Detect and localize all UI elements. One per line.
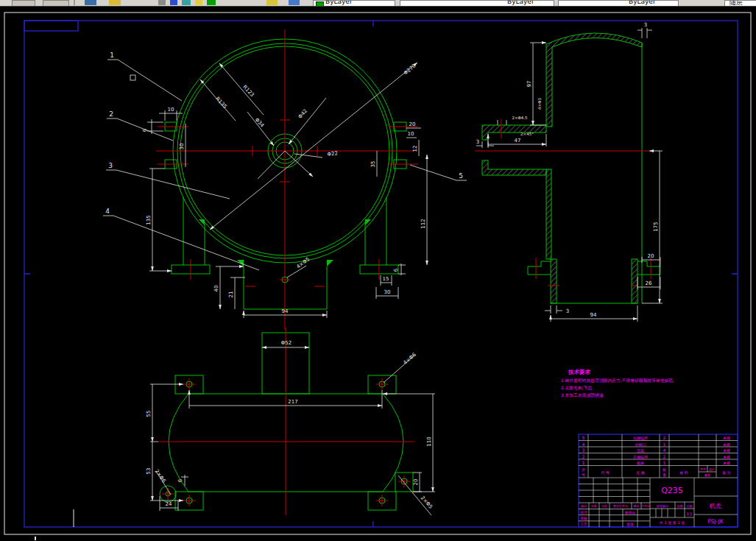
bom-header-no2: 号	[582, 473, 585, 477]
bom-row-name: 机体	[637, 461, 644, 465]
dim-s-2xd45: 2×Φ4.5	[512, 116, 528, 120]
notes-line-3: 3.未加工表面涂防锈漆.	[561, 392, 605, 398]
layer-previous-icon[interactable]	[289, 0, 300, 5]
dim-s-20: 20	[648, 253, 654, 259]
scale-value: 1:1	[686, 512, 692, 516]
bom-row-qty: 2	[663, 454, 666, 459]
bom-row-qty: 1	[663, 442, 666, 447]
dim-b-6: 6	[177, 478, 183, 482]
role-labels: 设计 标准化 审核 工艺 批准	[579, 510, 635, 528]
bom-row-qty: 4	[663, 448, 666, 453]
dim-g30: 30	[384, 289, 391, 295]
surface-symbol	[130, 75, 135, 80]
dim-s-175: 175	[653, 222, 659, 231]
dim-10: 10	[168, 107, 174, 113]
dim-d270: Φ270	[403, 63, 417, 76]
bom-row-remark: 木模	[723, 455, 730, 459]
revision-labels: 标记 处数 分区 更改文件号 签名 年月日	[581, 504, 650, 509]
balloon-4: 4	[105, 208, 110, 215]
bom-row-name: 右侧端环	[633, 436, 648, 441]
title-block: 标记 处数 分区 更改文件号 签名 年月日 设计 标准化 审核 工艺 批准 Q2…	[579, 478, 738, 527]
role-standard: 标准化	[624, 511, 636, 515]
dim-s-26: 26	[646, 280, 652, 286]
layer-color-icon[interactable]	[170, 0, 177, 5]
dim-f94: 94	[282, 308, 289, 314]
bom-header-no: 序	[582, 468, 585, 472]
drawing-canvas[interactable]: Φ270 R123 R135 Φ34 Φ42 Φ22 10 6 30 135	[0, 6, 756, 535]
bom-header-code: 代 号	[601, 470, 610, 475]
dim-g15: 15	[383, 276, 389, 282]
stage-label: 阶段标记	[657, 504, 668, 509]
dim-b-d52: Φ52	[281, 340, 292, 346]
layers-icon[interactable]	[109, 0, 121, 5]
bom-row-qty: 1	[663, 460, 666, 465]
bom-row-qty: 2	[663, 435, 666, 440]
layer-plot-icon[interactable]	[207, 0, 216, 5]
balloon-2: 2	[109, 110, 113, 118]
dim-f21: 21	[228, 291, 234, 298]
bom-row-no: 5	[582, 435, 585, 440]
rev-doc: 更改文件号	[613, 504, 628, 508]
bom-row-name: 支架	[637, 448, 644, 453]
dim-u12: 12	[412, 146, 418, 152]
dim-d22: Φ22	[327, 150, 338, 158]
front-view: Φ270 R123 R135 Φ34 Φ42 Φ22 10 6 30 135	[103, 29, 467, 330]
bom-row-remark: 木模	[723, 448, 730, 453]
bom-row-no: 1	[582, 460, 585, 465]
bom-header-qty: 数	[663, 468, 666, 472]
layer-state-icon[interactable]	[158, 0, 166, 5]
bom-row-name: 出线口	[635, 442, 646, 448]
bom-row-no: 3	[582, 448, 585, 453]
dim-b-53: 53	[146, 468, 152, 475]
dim-30: 30	[179, 144, 185, 150]
cad-window: ByLayer ByLayer ByLayer 随层	[0, 0, 756, 541]
dim-s-b3: 3	[566, 308, 569, 314]
material-value: Q235	[661, 486, 683, 495]
bom-header-name: 名 称	[636, 470, 645, 475]
dim-u35: 35	[370, 161, 376, 168]
bom-header-material: 材 料	[679, 470, 688, 475]
dim-r135: R135	[214, 96, 227, 110]
bom-header-weight: 重量	[704, 473, 710, 477]
dim-b-20: 20	[413, 479, 419, 486]
dim-b-4xd6: 4×Φ6	[402, 352, 417, 367]
dim-s-97: 97	[526, 81, 532, 88]
bom-table: 序 号 代 号 名 称 数 量 材 料 单件 总计 重量 备 注 5 右侧端环 …	[579, 434, 738, 527]
layer-bulb-icon[interactable]	[195, 0, 202, 5]
rev-zone: 分区	[601, 504, 607, 508]
linetype-combo-value: ByLayer	[400, 0, 554, 5]
dim-b-217: 217	[288, 399, 297, 405]
notes-line-1: 1.铸件需经时效处理消除内应力,不得有砂眼裂纹等铸造缺陷.	[561, 378, 674, 383]
role-approve: 批准	[626, 523, 634, 527]
bom-header-qty2: 量	[663, 473, 666, 477]
toolbar-separator	[74, 0, 75, 5]
bom-row-name: 左侧端环	[633, 455, 648, 460]
role-check: 审核	[580, 516, 587, 520]
make-layer-icon[interactable]	[266, 0, 278, 5]
dim-112: 112	[420, 219, 426, 228]
role-process: 工艺	[580, 522, 587, 526]
rev-mark: 标记	[581, 504, 587, 509]
dim-u20: 20	[409, 121, 416, 127]
tech-notes: 技术要求 1.铸件需经时效处理消除内应力,不得有砂眼裂纹等铸造缺陷. 2.去除毛…	[561, 369, 674, 398]
ucs-icon[interactable]	[85, 0, 96, 5]
bom-row-no: 2	[582, 454, 585, 459]
dim-b-55: 55	[146, 411, 152, 417]
dim-u10: 10	[408, 131, 414, 137]
bottom-view: Φ52 217 55 53 110 24 6 20 4×Φ6 2×Φ5	[146, 328, 435, 515]
command-line[interactable]	[0, 535, 756, 541]
dim-r123: R123	[241, 84, 255, 98]
layer-lock-icon[interactable]	[182, 0, 191, 5]
dim-f40: 40	[213, 286, 219, 292]
notes-title: 技术要求	[568, 369, 591, 375]
section-view: 3 97 4×Φ3 2×Φ4.5 2×45° 47 3 175 20 26 3	[475, 22, 663, 322]
dim-b-24: 24	[166, 501, 172, 507]
part-name: 机壳	[709, 503, 721, 509]
bom-rows: 5 右侧端环 2 木模 4 出线口 1 木模 3 支架 4 木模 2 左侧端环 …	[582, 435, 730, 465]
dim-b-110: 110	[426, 436, 432, 446]
balloon-5: 5	[459, 172, 463, 180]
dim-s-47: 47	[515, 138, 521, 144]
bom-header-unit: 单件	[700, 467, 706, 471]
color-combo-value: ByLayer	[314, 0, 395, 5]
frame-corner-box	[24, 21, 78, 31]
